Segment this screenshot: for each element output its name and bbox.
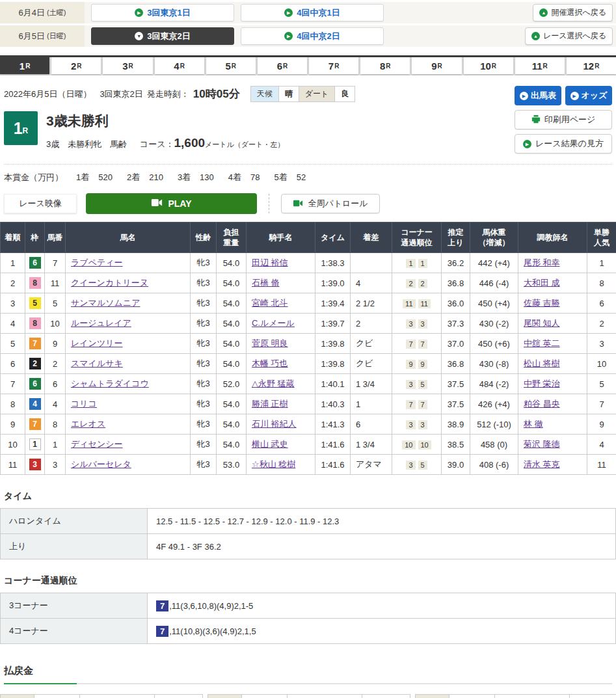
margin: アタマ — [351, 455, 392, 475]
horse-link[interactable]: エレオス — [71, 419, 105, 429]
frame-number: 7 — [25, 334, 45, 354]
horse-link[interactable]: ルージュレイア — [71, 318, 131, 328]
meeting-link-tokyo-day2-active[interactable]: ▼ 3回東京2日 — [91, 27, 234, 45]
trainer-link[interactable]: 中野 栄治 — [524, 379, 560, 388]
race-tab-2r[interactable]: 2R — [51, 57, 101, 74]
payout-amount: 140円 — [80, 695, 155, 698]
carried-weight: 54.0 — [217, 314, 247, 334]
trainer-cell: 松山 将樹 — [518, 354, 587, 374]
bet-type-label: 枠連 — [208, 695, 242, 698]
horse-link[interactable]: シルバーセレタ — [71, 459, 131, 469]
trainer-link[interactable]: 尾形 和幸 — [524, 258, 560, 267]
jockey-link[interactable]: C.ルメール — [252, 318, 295, 328]
trainer-cell: 林 徹 — [518, 414, 587, 435]
jockey-link[interactable]: 木幡 巧也 — [252, 358, 288, 368]
race-tab-8r[interactable]: 8R — [360, 57, 410, 74]
margin: 2 — [351, 314, 392, 334]
horse-body-weight: 442 (+4) — [470, 253, 518, 273]
finish-position: 4 — [1, 314, 25, 334]
print-page-button[interactable]: 印刷用ページ — [515, 110, 612, 129]
meeting-link-chukyo-day1[interactable]: ▶ 4回中京1日 — [241, 4, 384, 21]
horse-number: 1 — [45, 435, 66, 455]
frame-number: 4 — [25, 394, 45, 414]
jockey-link[interactable]: 勝浦 正樹 — [252, 399, 288, 409]
entries-button[interactable]: ▶ 出馬表 — [515, 86, 561, 105]
horse-body-weight: 426 (+4) — [470, 394, 518, 414]
race-tab-3r[interactable]: 3R — [103, 57, 152, 74]
horse-body-weight: 430 (-8) — [470, 354, 518, 374]
finish-position: 3 — [1, 293, 25, 314]
trainer-link[interactable]: 尾関 知人 — [524, 318, 560, 328]
carried-weight: 54.0 — [217, 334, 247, 354]
sex-age: 牝3 — [191, 354, 217, 374]
jockey-link[interactable]: 菅原 明良 — [252, 338, 288, 348]
race-tab-12r[interactable]: 12R — [567, 57, 616, 74]
horse-link[interactable]: ディセンシー — [71, 439, 123, 449]
race-tab-9r[interactable]: 9R — [412, 57, 461, 74]
horse-link[interactable]: コリコ — [71, 399, 97, 409]
back-area: ▲ 開催選択へ戻る — [533, 4, 613, 21]
winner-highlight: 7 — [156, 600, 168, 611]
estimated-last-3f: 39.0 — [442, 455, 470, 475]
column-header: 馬番 — [45, 222, 66, 253]
back-to-meeting-select-button[interactable]: ▲ 開催選択へ戻る — [533, 4, 613, 21]
payout-amount: 220円 — [288, 695, 362, 698]
jockey-link[interactable]: 石橋 脩 — [252, 278, 280, 288]
horse-link[interactable]: サンマルソムニア — [71, 298, 140, 308]
bet-type-label: 馬連 — [416, 695, 449, 698]
jockey-link[interactable]: 石川 裕紀人 — [252, 419, 297, 429]
race-tab-4r[interactable]: 4R — [155, 57, 204, 74]
horse-link[interactable]: スマイルサキ — [71, 358, 123, 368]
sex-age: 牝3 — [191, 293, 217, 314]
meeting-links: ▼ 3回東京2日 ▶ 4回中京2日 — [85, 27, 384, 45]
jockey-cell: C.ルメール — [247, 314, 315, 334]
trainer-link[interactable]: 林 徹 — [524, 419, 543, 429]
race-tab-6r[interactable]: 6R — [258, 57, 307, 74]
horse-name-cell: ルージュレイア — [66, 314, 191, 334]
win-popularity: 8 — [587, 273, 616, 293]
jockey-cell: 石橋 脩 — [247, 273, 315, 293]
column-header: 単勝 人気 — [587, 222, 616, 253]
jockey-link[interactable]: 田辺 裕信 — [252, 258, 288, 267]
payout-combination: 6-8 — [242, 695, 288, 698]
horse-link[interactable]: ラブペティー — [71, 258, 123, 267]
meeting-link-chukyo-day2[interactable]: ▶ 4回中京2日 — [241, 27, 384, 45]
back-to-race-select-button[interactable]: ▲ レース選択へ戻る — [525, 27, 613, 45]
trainer-link[interactable]: 清水 英克 — [524, 459, 560, 469]
horse-link[interactable]: シャムトラダイコウ — [71, 379, 149, 388]
arrow-right-icon: ▶ — [284, 8, 293, 17]
result-row: 2811クイーンカトリーヌ牝354.0石橋 脩1:39.042236.8446 … — [1, 273, 616, 293]
trainer-link[interactable]: 粕谷 昌央 — [524, 399, 560, 409]
day-text: (日曜) — [47, 31, 66, 41]
horse-body-weight: 430 (-2) — [470, 314, 518, 334]
prize-money: 本賞金（万円） 1着5202着2103着1304着785着52 — [4, 164, 612, 183]
race-tab-10r[interactable]: 10R — [464, 57, 513, 74]
patrol-video-button[interactable]: 全周パトロール — [281, 194, 380, 213]
results-guide-button[interactable]: ▶ レース結果の見方 — [515, 134, 612, 154]
race-tab-11r[interactable]: 11R — [515, 57, 565, 74]
horse-link[interactable]: レインツリー — [71, 338, 123, 348]
horse-link[interactable]: クイーンカトリーヌ — [71, 278, 148, 288]
trainer-link[interactable]: 菊沢 隆徳 — [524, 439, 560, 449]
meeting-link-tokyo-day1[interactable]: ▶ 3回東京1日 — [91, 4, 234, 21]
trainer-link[interactable]: 松山 将樹 — [524, 358, 560, 368]
estimated-last-3f: 36.2 — [442, 253, 470, 273]
race-tab-1r[interactable]: 1R — [0, 57, 49, 74]
corner-positions: 11 — [392, 253, 442, 273]
jockey-link[interactable]: 横山 武史 — [252, 439, 288, 449]
jockey-link[interactable]: ☆秋山 稔樹 — [252, 459, 295, 469]
race-tab-7r[interactable]: 7R — [309, 57, 358, 74]
corner3-value: 7,11(3,6,10,8)(4,9)2,1-5 — [148, 593, 616, 619]
horse-number: 3 — [45, 455, 66, 475]
horse-body-weight: 512 (-10) — [470, 414, 518, 435]
play-button[interactable]: PLAY — [86, 193, 257, 214]
trainer-link[interactable]: 佐藤 吉勝 — [524, 298, 560, 308]
jockey-link[interactable]: △永野 猛蔵 — [252, 379, 295, 388]
jockey-link[interactable]: 宮崎 北斗 — [252, 298, 288, 308]
estimated-last-3f: 36.0 — [442, 293, 470, 314]
odds-button[interactable]: ▶ オッズ — [565, 86, 612, 105]
race-tab-5r[interactable]: 5R — [206, 57, 256, 74]
carried-weight: 54.0 — [217, 394, 247, 414]
trainer-link[interactable]: 大和田 成 — [524, 278, 560, 288]
trainer-link[interactable]: 中舘 英二 — [524, 338, 560, 348]
